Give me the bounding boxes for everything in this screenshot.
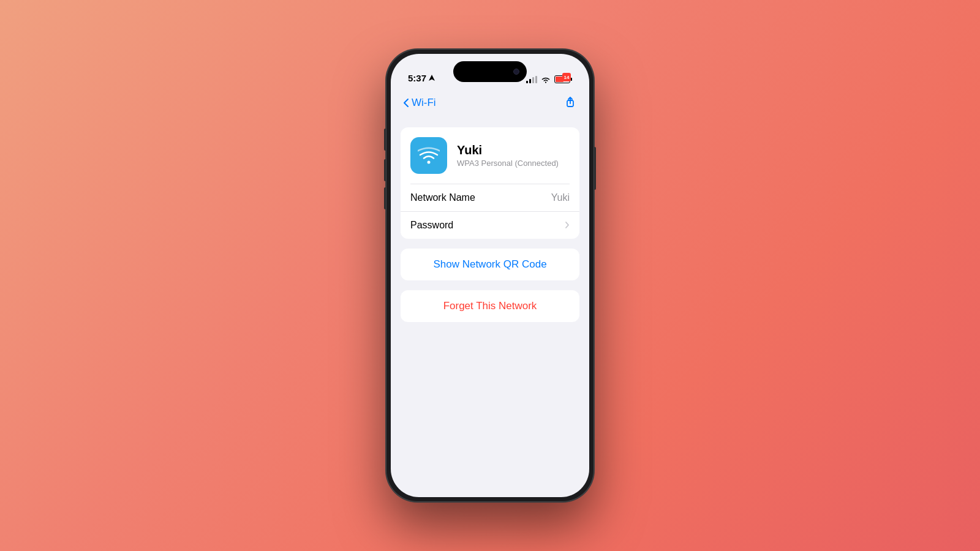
svg-point-2 <box>428 161 431 164</box>
content-area: Yuki WPA3 Personal (Connected) Network N… <box>391 118 589 497</box>
nav-bar: Wi-Fi <box>391 88 589 118</box>
network-header-card: Yuki WPA3 Personal (Connected) Network N… <box>401 127 579 239</box>
status-time: 5:37 <box>408 73 435 83</box>
network-name-row: Network Name Yuki <box>401 184 579 211</box>
network-info: Yuki WPA3 Personal (Connected) <box>457 143 559 168</box>
show-qr-code-button[interactable]: Show Network QR Code <box>401 249 579 280</box>
network-icon <box>410 137 447 174</box>
back-button[interactable]: Wi-Fi <box>403 97 436 109</box>
network-security: WPA3 Personal (Connected) <box>457 159 559 168</box>
wifi-status-icon <box>541 76 551 83</box>
back-chevron-icon <box>403 98 409 108</box>
status-icons: 14 <box>526 75 572 83</box>
share-icon <box>564 95 577 108</box>
phone-frame: 5:37 <box>386 49 594 502</box>
camera-dot <box>513 69 519 75</box>
dynamic-island <box>453 61 527 82</box>
signal-bars-icon <box>526 76 537 83</box>
phone-screen: 5:37 <box>391 54 589 497</box>
password-row[interactable]: Password <box>401 211 579 239</box>
share-button[interactable] <box>564 95 577 111</box>
network-name-label: Network Name <box>410 192 475 203</box>
qr-code-label: Show Network QR Code <box>433 258 546 271</box>
wifi-large-icon <box>418 147 440 164</box>
phone-wrapper: 5:37 <box>386 49 594 502</box>
battery-badge: 14 <box>562 73 571 81</box>
forget-network-button[interactable]: Forget This Network <box>401 290 579 322</box>
back-label: Wi-Fi <box>412 97 436 109</box>
svg-point-0 <box>545 81 546 83</box>
time-label: 5:37 <box>408 73 426 83</box>
network-name: Yuki <box>457 143 559 157</box>
network-name-value: Yuki <box>551 192 570 203</box>
password-label: Password <box>410 220 453 231</box>
forget-network-label: Forget This Network <box>443 300 537 312</box>
chevron-right-icon <box>565 221 570 229</box>
location-icon <box>429 75 435 82</box>
battery-indicator: 14 <box>554 75 572 83</box>
